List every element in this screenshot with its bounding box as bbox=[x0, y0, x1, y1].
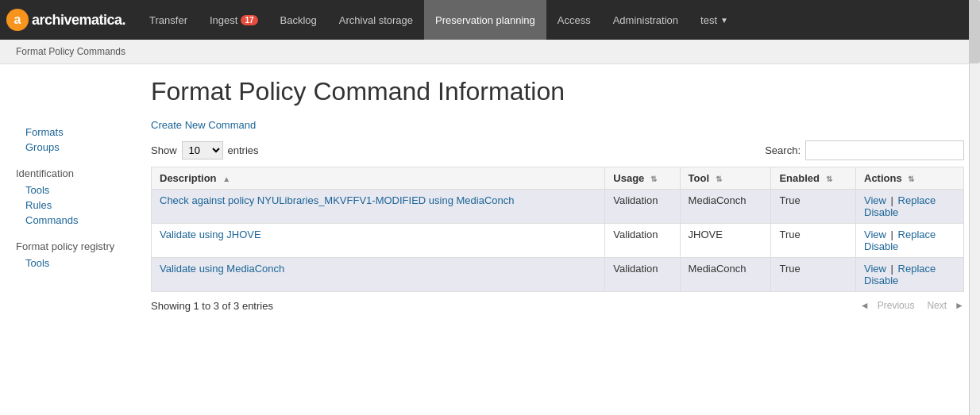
create-new-command-link[interactable]: Create New Command bbox=[151, 119, 256, 131]
nav-archival-storage[interactable]: Archival storage bbox=[328, 0, 424, 40]
sidebar-section-formats: Formats Groups bbox=[16, 125, 143, 155]
action-view-1[interactable]: View bbox=[864, 229, 886, 240]
prev-button[interactable]: Previous bbox=[873, 298, 920, 313]
logo: a archivematica. bbox=[6, 9, 125, 31]
action-replace-2[interactable]: Replace bbox=[898, 263, 936, 275]
sort-enabled-icon: ⇅ bbox=[826, 175, 832, 183]
table-header-row: Description ▲ Usage ⇅ Tool ⇅ Enabled ⇅ bbox=[152, 167, 964, 190]
cell-usage-0: Validation bbox=[605, 190, 680, 224]
sidebar-section-fpr: Format policy registry Tools bbox=[16, 240, 143, 271]
action-sep-0-1: | bbox=[888, 194, 897, 206]
col-enabled[interactable]: Enabled ⇅ bbox=[771, 167, 856, 190]
description-link-2[interactable]: Validate using MediaConch bbox=[160, 263, 284, 275]
cell-tool-0: MediaConch bbox=[680, 190, 771, 224]
entries-select[interactable]: 10 25 50 100 bbox=[182, 141, 223, 159]
cell-actions-1: View | ReplaceDisable bbox=[856, 224, 964, 258]
prev-arrow: ◄ bbox=[860, 300, 870, 311]
table-row: Validate using MediaConchValidationMedia… bbox=[152, 258, 964, 292]
action-disable-2[interactable]: Disable bbox=[864, 275, 898, 286]
nav-access[interactable]: Access bbox=[546, 0, 602, 40]
next-arrow: ► bbox=[955, 300, 964, 311]
cell-tool-2: MediaConch bbox=[680, 258, 771, 292]
show-entries: Show 10 25 50 100 entries bbox=[151, 141, 259, 159]
description-link-1[interactable]: Validate using JHOVE bbox=[160, 229, 261, 240]
top-nav: a archivematica. Transfer Ingest 17 Back… bbox=[0, 0, 980, 40]
action-replace-0[interactable]: Replace bbox=[898, 194, 936, 206]
sidebar-section-identification: Identification Tools Rules Commands bbox=[16, 167, 143, 228]
main-content: Formats Groups Identification Tools Rule… bbox=[0, 64, 980, 325]
cell-enabled-2: True bbox=[771, 258, 856, 292]
sidebar-fpr-title: Format policy registry bbox=[16, 240, 143, 252]
logo-icon: a bbox=[6, 9, 29, 31]
search-input[interactable] bbox=[805, 140, 964, 160]
data-table: Description ▲ Usage ⇅ Tool ⇅ Enabled ⇅ bbox=[151, 167, 964, 292]
search-box: Search: bbox=[765, 140, 964, 160]
sidebar-identification-title: Identification bbox=[16, 167, 143, 179]
search-label: Search: bbox=[765, 144, 801, 156]
action-view-0[interactable]: View bbox=[864, 194, 886, 206]
breadcrumb: Format Policy Commands bbox=[0, 40, 980, 64]
description-link-0[interactable]: Check against policy NYULibraries_MKVFFV… bbox=[160, 194, 515, 206]
cell-description-2: Validate using MediaConch bbox=[152, 258, 605, 292]
nav-ingest[interactable]: Ingest 17 bbox=[199, 0, 269, 40]
sidebar-link-id-rules[interactable]: Rules bbox=[16, 198, 143, 213]
col-tool[interactable]: Tool ⇅ bbox=[680, 167, 771, 190]
user-dropdown-arrow: ▼ bbox=[720, 16, 728, 25]
sidebar-link-id-tools[interactable]: Tools bbox=[16, 183, 143, 198]
nav-user[interactable]: test ▼ bbox=[689, 0, 739, 40]
cell-tool-1: JHOVE bbox=[680, 224, 771, 258]
showing-text: Showing 1 to 3 of 3 entries bbox=[151, 300, 273, 312]
table-body: Check against policy NYULibraries_MKVFFV… bbox=[152, 190, 964, 292]
nav-items: Transfer Ingest 17 Backlog Archival stor… bbox=[138, 0, 739, 40]
action-view-2[interactable]: View bbox=[864, 263, 886, 275]
page-title: Format Policy Command Information bbox=[151, 77, 964, 106]
col-usage[interactable]: Usage ⇅ bbox=[605, 167, 680, 190]
sort-description-icon: ▲ bbox=[222, 175, 230, 183]
action-replace-1[interactable]: Replace bbox=[898, 229, 936, 240]
action-sep-2-1: | bbox=[888, 263, 897, 275]
table-footer: Showing 1 to 3 of 3 entries ◄ Previous N… bbox=[151, 298, 964, 313]
cell-usage-2: Validation bbox=[605, 258, 680, 292]
table-row: Validate using JHOVEValidationJHOVETrueV… bbox=[152, 224, 964, 258]
action-sep-1-1: | bbox=[888, 229, 897, 240]
sort-usage-icon: ⇅ bbox=[650, 175, 657, 183]
entries-label: entries bbox=[228, 144, 259, 156]
cell-description-1: Validate using JHOVE bbox=[152, 224, 605, 258]
scrollbar-track bbox=[969, 0, 980, 325]
logo-name: archivematica. bbox=[32, 12, 125, 29]
table-row: Check against policy NYULibraries_MKVFFV… bbox=[152, 190, 964, 224]
cell-enabled-0: True bbox=[771, 190, 856, 224]
col-description[interactable]: Description ▲ bbox=[152, 167, 605, 190]
action-disable-0[interactable]: Disable bbox=[864, 206, 898, 218]
nav-backlog[interactable]: Backlog bbox=[269, 0, 328, 40]
ingest-badge: 17 bbox=[241, 15, 257, 25]
sort-tool-icon: ⇅ bbox=[716, 175, 722, 183]
nav-preservation-planning[interactable]: Preservation planning bbox=[424, 0, 546, 40]
cell-description-0: Check against policy NYULibraries_MKVFFV… bbox=[152, 190, 605, 224]
next-button[interactable]: Next bbox=[922, 298, 951, 313]
cell-usage-1: Validation bbox=[605, 224, 680, 258]
sidebar-link-fpr-tools[interactable]: Tools bbox=[16, 256, 143, 271]
cell-actions-0: View | ReplaceDisable bbox=[856, 190, 964, 224]
cell-actions-2: View | ReplaceDisable bbox=[856, 258, 964, 292]
sidebar-link-formats[interactable]: Formats bbox=[16, 125, 143, 140]
cell-enabled-1: True bbox=[771, 224, 856, 258]
col-actions[interactable]: Actions ⇅ bbox=[856, 167, 964, 190]
action-disable-1[interactable]: Disable bbox=[864, 240, 898, 252]
table-controls: Show 10 25 50 100 entries Search: bbox=[151, 140, 964, 160]
sidebar-link-groups[interactable]: Groups bbox=[16, 140, 143, 155]
sidebar: Formats Groups Identification Tools Rule… bbox=[16, 77, 143, 313]
sidebar-link-id-commands[interactable]: Commands bbox=[16, 213, 143, 228]
scrollbar-thumb[interactable] bbox=[969, 0, 980, 63]
pagination: ◄ Previous Next ► bbox=[860, 298, 964, 313]
sort-actions-icon: ⇅ bbox=[908, 175, 914, 183]
nav-transfer[interactable]: Transfer bbox=[138, 0, 199, 40]
show-label: Show bbox=[151, 144, 177, 156]
content-area: Format Policy Command Information Create… bbox=[143, 77, 964, 313]
nav-administration[interactable]: Administration bbox=[602, 0, 689, 40]
